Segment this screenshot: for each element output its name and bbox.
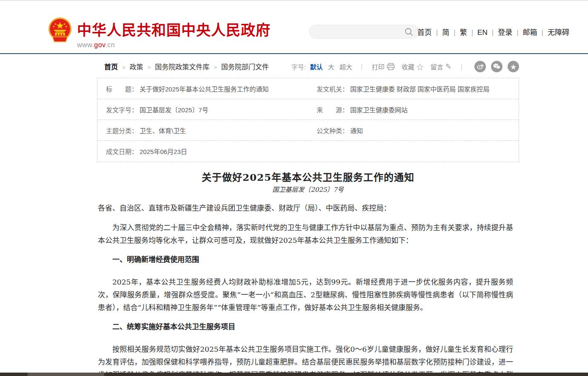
- print-button[interactable]: 打印: [372, 62, 395, 71]
- chevron-right-icon: >: [209, 64, 221, 71]
- national-emblem-logo: [47, 17, 73, 45]
- breadcrumb: 首页>政策>国务院政策文件库>国务院部门文件: [97, 61, 269, 71]
- meta-label: 发文机关：: [317, 84, 348, 93]
- favorite-label: 收藏: [402, 62, 414, 71]
- meta-row: 主题分类： 卫生、体育\卫生 公文种类： 通知: [97, 120, 519, 141]
- nav-accessibility[interactable]: 无障碍: [546, 28, 571, 37]
- meta-source-cell: 来 源： 国家卫生健康委网站: [308, 99, 519, 120]
- document-meta-table: 标 题： 关于做好2025年基本公共卫生服务工作的通知 发文机关： 国家卫生健康…: [97, 78, 519, 162]
- meta-value: 国家卫生健康委网站: [350, 105, 408, 114]
- intro-paragraph: 为深入贯彻党的二十届三中全会精神，落实新时代党的卫生与健康工作方针中以基层为重点…: [98, 221, 513, 247]
- nav-english[interactable]: EN: [476, 28, 489, 37]
- breadcrumb-policy-library[interactable]: 国务院政策文件库: [155, 63, 209, 71]
- document-body: 各省、自治区、直辖市及新疆生产建设兵团卫生健康委、财政厅（局）、中医药局、疾控局…: [98, 202, 513, 376]
- printer-icon: [387, 63, 395, 70]
- meta-empty-cell: [308, 141, 519, 162]
- toolbar-divider: |: [461, 63, 462, 70]
- site-title: 中华人民共和国中央人民政府: [77, 19, 271, 40]
- comment-label: 留言: [431, 62, 443, 71]
- chevron-right-icon: >: [118, 64, 130, 71]
- toolbar-divider: |: [361, 63, 363, 70]
- star-icon: ☆: [417, 61, 424, 72]
- meta-row: 标 题： 关于做好2025年基本公共卫生服务工作的通知 发文机关： 国家卫生健康…: [97, 78, 519, 99]
- breadcrumb-policy[interactable]: 政策: [130, 63, 143, 71]
- share-buttons: ★: [474, 61, 519, 72]
- nav-mail[interactable]: 邮箱: [521, 28, 539, 37]
- nav-separator: |: [451, 28, 458, 37]
- meta-label: 成文日期：: [106, 147, 138, 156]
- nav-traditional[interactable]: 繁: [458, 28, 469, 37]
- page: 中华人民共和国中央人民政府 www.gov.cn 首页|简|繁|EN|登录|邮箱…: [0, 0, 588, 376]
- pencil-icon: ✎: [445, 62, 451, 71]
- meta-title-cell: 标 题： 关于做好2025年基本公共卫生服务工作的通知: [97, 78, 308, 99]
- url-gov: gov: [94, 41, 105, 48]
- wechat-share-icon[interactable]: [491, 61, 502, 72]
- nav-separator: |: [489, 28, 496, 37]
- comment-button[interactable]: 留言 ✎: [431, 62, 451, 71]
- meta-row: 发文字号： 国卫基层发〔2025〕7号 来 源： 国家卫生健康委网站: [97, 99, 519, 120]
- section-2-paragraph: 按照相关服务规范切实做好2025年基本公共卫生服务项目实施工作。强化0～6岁儿童…: [98, 343, 513, 376]
- scrollbar-thumb[interactable]: [28, 373, 104, 376]
- nav-separator: |: [514, 28, 521, 37]
- search-input[interactable]: [316, 25, 401, 38]
- site-brand: 中华人民共和国中央人民政府 www.gov.cn: [77, 19, 271, 49]
- meta-doc-number-cell: 发文字号： 国卫基层发〔2025〕7号: [97, 99, 308, 120]
- url-www: www.: [77, 41, 94, 48]
- search-box[interactable]: [309, 25, 420, 39]
- favorite-button[interactable]: 收藏 ☆: [402, 61, 424, 72]
- chevron-right-icon: >: [143, 64, 155, 71]
- meta-value: 卫生、体育\卫生: [140, 126, 186, 135]
- nav-home[interactable]: 首页: [416, 28, 434, 37]
- bottom-scrollbar[interactable]: [0, 373, 588, 376]
- meta-issuing-agency-cell: 发文机关： 国家卫生健康委 财政部 国家中医药局 国家疾控局: [308, 78, 519, 99]
- meta-value: 关于做好2025年基本公共卫生服务工作的通知: [140, 84, 268, 93]
- font-size-xlarge-button[interactable]: 超大: [340, 62, 352, 71]
- meta-label: 标 题：: [106, 84, 138, 93]
- print-label: 打印: [372, 62, 385, 71]
- nav-separator: |: [434, 28, 440, 37]
- nav-simplified[interactable]: 简: [440, 28, 451, 37]
- toolbar: 字号: 默认 大 超大 | 打印 收藏 ☆ 留言 ✎ |: [291, 61, 519, 72]
- meta-doc-type-cell: 公文种类： 通知: [308, 120, 519, 140]
- section-1-heading: 一、明确新增经费使用范围: [98, 254, 513, 266]
- meta-topic-category-cell: 主题分类： 卫生、体育\卫生: [97, 120, 308, 140]
- meta-row: 成文日期： 2025年06月23日: [97, 141, 519, 162]
- qzone-share-icon[interactable]: ★: [508, 61, 519, 72]
- meta-label: 主题分类：: [106, 126, 138, 135]
- meta-value: 国卫基层发〔2025〕7号: [140, 105, 208, 114]
- nav-login[interactable]: 登录: [496, 28, 514, 37]
- salutation-paragraph: 各省、自治区、直辖市及新疆生产建设兵团卫生健康委、财政厅（局）、中医药局、疾控局…: [98, 202, 513, 214]
- header-divider-line: [0, 53, 588, 54]
- font-size-large-button[interactable]: 大: [328, 62, 334, 71]
- meta-label: 公文种类：: [317, 126, 348, 135]
- section-1-paragraph: 2025年，基本公共卫生服务经费人均财政补助标准增加5元，达到99元。新增经费用…: [98, 276, 513, 314]
- meta-label: 发文字号：: [106, 105, 138, 114]
- site-header: 中华人民共和国中央人民政府 www.gov.cn 首页|简|繁|EN|登录|邮箱…: [0, 1, 588, 53]
- breadcrumb-toolbar-row: 首页>政策>国务院政策文件库>国务院部门文件 字号: 默认 大 超大 | 打印 …: [97, 60, 519, 72]
- section-2-heading: 二、统筹实施好基本公共卫生服务项目: [98, 321, 513, 333]
- search-icon[interactable]: [405, 28, 413, 36]
- meta-date-cell: 成文日期： 2025年06月23日: [97, 141, 308, 162]
- meta-value: 2025年06月23日: [140, 147, 187, 156]
- nav-separator: |: [469, 28, 476, 37]
- font-size-default-button[interactable]: 默认: [310, 62, 323, 71]
- meta-label: 来 源：: [317, 105, 348, 114]
- breadcrumb-dept-documents[interactable]: 国务院部门文件: [221, 63, 269, 71]
- breadcrumb-home[interactable]: 首页: [104, 63, 118, 71]
- document-number: 国卫基层发〔2025〕7号: [97, 185, 519, 194]
- nav-separator: |: [539, 28, 546, 37]
- meta-value: 国家卫生健康委 财政部 国家中医药局 国家疾控局: [350, 84, 490, 93]
- site-url: www.gov.cn: [77, 41, 271, 49]
- meta-value: 通知: [350, 126, 363, 135]
- font-size-label: 字号:: [291, 62, 306, 71]
- url-cn: .cn: [105, 41, 115, 48]
- document-title: 关于做好2025年基本公共卫生服务工作的通知: [97, 169, 519, 184]
- weibo-share-icon[interactable]: [474, 61, 486, 72]
- top-nav: 首页|简|繁|EN|登录|邮箱|无障碍: [416, 26, 571, 37]
